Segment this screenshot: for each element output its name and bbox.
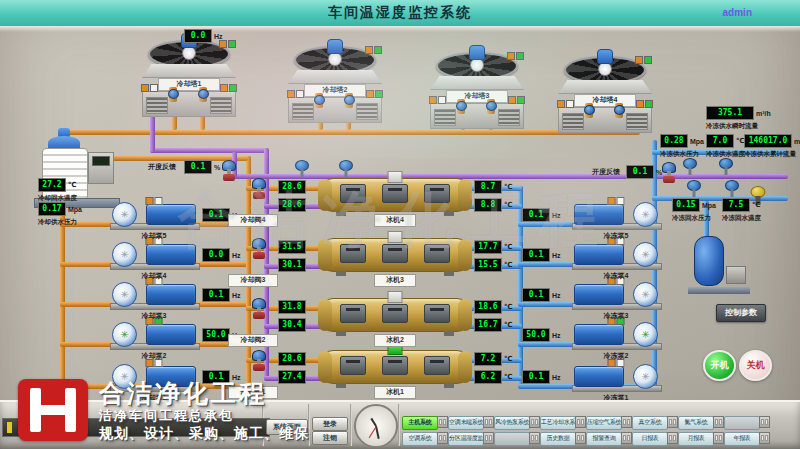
watermark-subtitle: 洁净车间工程总承包	[99, 409, 309, 424]
cooling-pipe	[60, 302, 112, 307]
cooling-pipe	[194, 302, 250, 307]
indicator-lamp	[483, 432, 494, 444]
start-button[interactable]: 开机	[703, 350, 736, 381]
cooling-pump-5[interactable]: ✳	[110, 200, 198, 230]
pump-label: 冷冻泵4	[572, 271, 660, 281]
cooling-valve-1[interactable]	[252, 350, 266, 371]
return-pipe	[150, 148, 268, 153]
nav-history-data[interactable]: 历史数据	[540, 432, 576, 446]
chilled-pump-3[interactable]: ✳	[572, 280, 660, 310]
pump-label: 冷冻泵2	[572, 351, 660, 361]
pump-freq-display: 0.1Hz	[522, 370, 561, 384]
tower-body	[430, 103, 524, 129]
run-indicator	[388, 171, 403, 183]
temp-sensor-icon	[720, 158, 732, 175]
indicator-lamp	[713, 416, 724, 428]
valve-label: 冷却阀2	[228, 334, 278, 347]
nav-monthly-report[interactable]: 月报表	[678, 432, 714, 446]
expansion-tank	[688, 232, 750, 294]
cooling-pipe	[60, 130, 640, 135]
chiller1-chw-out: 6.2℃	[474, 370, 512, 384]
nav-heat-pump-system[interactable]: 风冷热泵系统	[494, 416, 530, 430]
chiller3-chw-out: 15.5℃	[474, 258, 512, 272]
chiller-3[interactable]	[320, 238, 470, 272]
nav-daily-report[interactable]: 日报表	[632, 432, 668, 446]
nav-main-system[interactable]: 主机系统	[402, 416, 438, 430]
bypass-valve-left[interactable]	[222, 160, 236, 181]
nav-nitrogen-system[interactable]: 氮气系统	[678, 416, 714, 430]
cooling-pipe	[60, 342, 112, 347]
cooling-valve-3[interactable]	[252, 238, 266, 259]
cooling-pump-4[interactable]: ✳	[110, 240, 198, 270]
chiller1-chw-in: 7.2℃	[474, 352, 512, 366]
cooling-valve-2[interactable]	[252, 298, 266, 319]
cooling-tower-2[interactable]: 冷却塔2	[288, 44, 382, 123]
chiller4-chw-out: 8.8℃	[474, 198, 512, 212]
cooling-tower-4[interactable]: 冷却塔4	[558, 54, 652, 133]
pump-label: 冷却泵3	[110, 311, 198, 321]
tower-roof	[558, 80, 652, 94]
chilled-pump-2[interactable]: ✳	[572, 320, 660, 350]
cooling-pump-3[interactable]: ✳	[110, 280, 198, 310]
tower-fan-icon	[558, 54, 652, 80]
title-bar: 车间温湿度监控系统 admin	[0, 0, 800, 26]
chiller-2[interactable]	[320, 298, 470, 332]
pump-freq-display: 0.1Hz	[522, 248, 561, 262]
tower-roof	[288, 70, 382, 84]
chilled-pump-4[interactable]: ✳	[572, 240, 660, 270]
run-indicator	[388, 231, 403, 243]
chiller4-cw-out: 28.6	[278, 198, 306, 212]
chiller2-cw-in: 31.8	[278, 300, 306, 314]
chilled-pipe	[518, 302, 574, 307]
valve-feedback-label-left: 开度反馈	[148, 162, 176, 172]
clock	[354, 404, 398, 448]
valve-feedback-display-left: 0.1%	[184, 160, 220, 174]
chilled-pump-1[interactable]: ✳	[572, 362, 660, 392]
chilled-supply-pressure-metric: 0.28Mpa 冷冻供水压力	[660, 134, 704, 159]
chiller-4[interactable]	[320, 178, 470, 212]
indicator-lamp	[621, 416, 632, 428]
nav-process-cooling-system[interactable]: 工艺冷却水系统	[540, 416, 576, 430]
nav-zone-temp-humidity[interactable]: 分区温湿度监测	[448, 432, 484, 446]
tower-fan-icon	[288, 44, 382, 70]
cooling-valve-4[interactable]	[252, 178, 266, 199]
temp-sensor-icon	[684, 158, 696, 175]
bypass-valve-right[interactable]	[662, 162, 676, 183]
chilled-pipe	[518, 342, 574, 347]
watermark-company: 合洁净化工程	[99, 379, 309, 407]
nav-hvac-system[interactable]: 空调系统	[402, 432, 438, 446]
control-params-button[interactable]: 控制参数	[716, 304, 766, 322]
pressure-sensor-icon	[688, 180, 700, 197]
company-logo-icon	[18, 379, 88, 441]
chilled-total-flow-metric: 146017.0m³ 冷冻供水累计流量	[744, 134, 800, 159]
nav-ahu-terminal-system[interactable]: 空调末端系统	[448, 416, 484, 430]
logout-button[interactable]: 注销	[312, 431, 348, 445]
chiller2-chw-out: 16.7℃	[474, 318, 512, 332]
nav-compressed-air-system[interactable]: 压缩空气系统	[586, 416, 622, 430]
chiller3-cw-out: 30.1	[278, 258, 306, 272]
chiller-1[interactable]	[320, 350, 470, 384]
pump-label: 冷却泵2	[110, 351, 198, 361]
tower-fan-icon	[430, 50, 524, 76]
chilled-inst-flow-metric: 375.1m³/h 冷冻供水瞬时流量	[706, 106, 771, 131]
nav-alarm-query[interactable]: 报警查询	[586, 432, 622, 446]
chiller-label: 冰机3	[374, 274, 416, 287]
cooling-tower-1[interactable]: 冷却塔1	[142, 38, 236, 117]
tower-label: 冷却塔2	[304, 84, 366, 97]
indicator-lamp	[483, 416, 494, 428]
cooling-tower-3[interactable]: 冷却塔3	[430, 50, 524, 129]
cooling-pump-2[interactable]: ✳	[110, 320, 198, 350]
valve-label: 冷却阀3	[228, 274, 278, 287]
stop-button[interactable]: 关机	[739, 350, 772, 381]
nav-yearly-report[interactable]: 年报表	[724, 432, 760, 446]
indicator-lamp	[667, 432, 678, 444]
makeup-pump	[726, 266, 746, 284]
login-button[interactable]: 登录	[312, 417, 348, 431]
chiller4-chw-in: 8.7℃	[474, 180, 512, 194]
chilled-pump-5[interactable]: ✳	[572, 200, 660, 230]
cooling-return-temp-metric: 27.2℃ 冷却回水温度	[38, 178, 77, 203]
tower-roof	[142, 64, 236, 78]
alarm-flag-icon	[7, 422, 12, 433]
nav-vacuum-system[interactable]: 真空系统	[632, 416, 668, 430]
chilled-pipe	[518, 222, 574, 227]
